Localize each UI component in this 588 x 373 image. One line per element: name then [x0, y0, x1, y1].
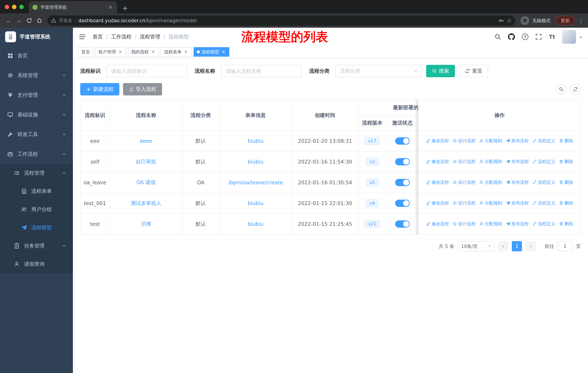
tag-close-icon[interactable]: ×	[151, 49, 156, 54]
form-info-link[interactable]: biubiu	[248, 138, 263, 144]
refresh-table-button[interactable]	[570, 84, 581, 94]
goto-page-input[interactable]	[558, 241, 572, 251]
tag-close-icon[interactable]: ×	[183, 49, 189, 54]
traffic-light-minimize[interactable]	[12, 5, 16, 9]
action-design-process[interactable]: 设计流程	[452, 200, 475, 206]
passwords-key-icon[interactable]	[499, 18, 504, 23]
sidebar-item-task-management[interactable]: 任务管理	[0, 237, 73, 255]
action-process-definition[interactable]: 流程定义	[532, 221, 555, 227]
tag-process-model[interactable]: 流程模型×	[194, 47, 229, 57]
process-name-link[interactable]: OA 请假	[136, 179, 156, 185]
import-process-button[interactable]: 导入流程	[123, 83, 162, 95]
action-delete[interactable]: 删除	[559, 159, 573, 164]
tag-close-icon[interactable]: ×	[221, 49, 226, 54]
sidebar-item-home[interactable]: 首页	[0, 46, 73, 66]
tag-process-form[interactable]: 流程表单×	[161, 47, 192, 57]
action-edit-process[interactable]: 修改流程	[426, 221, 449, 227]
action-delete[interactable]: 删除	[559, 200, 573, 206]
reset-button[interactable]: 重置	[459, 65, 488, 77]
action-design-process[interactable]: 设计流程	[452, 159, 475, 164]
active-toggle[interactable]	[395, 158, 410, 165]
process-name-input[interactable]	[221, 65, 302, 77]
search-button[interactable]: 搜索	[426, 65, 455, 77]
fullscreen-icon[interactable]	[535, 33, 542, 40]
action-design-process[interactable]: 设计流程	[452, 221, 475, 227]
search-icon[interactable]	[494, 33, 501, 40]
process-name-link[interactable]: 自己审批	[136, 159, 156, 165]
active-toggle[interactable]	[395, 200, 410, 207]
action-publish-process[interactable]: 发布流程	[506, 200, 529, 206]
sidebar-item-process-form[interactable]: 流程表单	[0, 182, 73, 200]
category-select[interactable]: 流程分类	[335, 65, 422, 77]
action-delete[interactable]: 删除	[559, 221, 573, 227]
action-assign-rules[interactable]: 分配规则	[479, 200, 502, 206]
sidebar-item-process-management[interactable]: 流程管理	[0, 164, 73, 182]
menu-fold-icon[interactable]	[79, 33, 86, 40]
address-bar[interactable]: 不安全 dashboard.yudao.iocoder.cn/bpm/manag…	[47, 15, 515, 26]
action-delete[interactable]: 删除	[559, 179, 573, 185]
traffic-light-zoom[interactable]	[19, 5, 24, 9]
action-process-definition[interactable]: 流程定义	[532, 138, 555, 144]
sidebar-item-devtools[interactable]: 研发工具	[0, 125, 73, 144]
back-button[interactable]: ←	[4, 15, 14, 26]
action-assign-rules[interactable]: 分配规则	[479, 179, 502, 185]
action-process-definition[interactable]: 流程定义	[532, 200, 555, 206]
process-name-link[interactable]: 测试多审批人	[131, 200, 161, 206]
help-icon[interactable]: ?	[522, 33, 528, 40]
active-toggle[interactable]	[395, 137, 410, 145]
github-icon[interactable]	[508, 33, 515, 40]
breadcrumb-item[interactable]: 流程管理	[140, 33, 160, 40]
action-publish-process[interactable]: 发布流程	[506, 159, 529, 164]
action-assign-rules[interactable]: 分配规则	[479, 159, 502, 164]
sidebar-item-payment[interactable]: ¥ 支付管理	[0, 85, 73, 105]
form-info-link[interactable]: /bpm/oa/leave/create	[228, 180, 283, 186]
sidebar-item-workflow[interactable]: 工作流程	[0, 144, 73, 164]
action-edit-process[interactable]: 修改流程	[426, 159, 449, 164]
user-avatar[interactable]	[562, 30, 576, 44]
toggle-search-button[interactable]	[556, 84, 567, 94]
traffic-light-close[interactable]	[5, 5, 9, 9]
current-page-button[interactable]: 1	[512, 241, 522, 251]
action-process-definition[interactable]: 流程定义	[532, 159, 555, 164]
prev-page-button[interactable]: ‹	[498, 241, 508, 251]
tag-close-icon[interactable]: ×	[118, 49, 123, 54]
action-delete[interactable]: 删除	[559, 138, 573, 144]
tag-tenant-management[interactable]: 租户管理×	[95, 47, 126, 57]
new-tab-button[interactable]: +	[120, 2, 130, 13]
action-design-process[interactable]: 设计流程	[452, 138, 475, 144]
breadcrumb-item[interactable]: 首页	[93, 33, 103, 40]
sidebar-item-leave-query[interactable]: 请假查询	[0, 255, 73, 273]
form-info-link[interactable]: biubiu	[248, 200, 263, 206]
action-edit-process[interactable]: 修改流程	[426, 179, 449, 185]
action-publish-process[interactable]: 发布流程	[506, 221, 529, 227]
action-design-process[interactable]: 设计流程	[452, 179, 475, 185]
sidebar-item-user-group[interactable]: 用户分组	[0, 200, 73, 219]
breadcrumb-item[interactable]: 工作流程	[111, 33, 131, 40]
form-info-link[interactable]: biubiu	[248, 159, 263, 165]
action-edit-process[interactable]: 修改流程	[426, 200, 449, 206]
tab-close-icon[interactable]: ×	[107, 4, 113, 10]
action-publish-process[interactable]: 发布流程	[506, 179, 529, 185]
tag-my-process[interactable]: 我的流程×	[128, 47, 159, 57]
action-publish-process[interactable]: 发布流程	[506, 138, 529, 144]
sidebar-item-system[interactable]: 系统管理	[0, 66, 73, 85]
active-toggle[interactable]	[395, 220, 410, 228]
form-info-link[interactable]: biubiu	[248, 221, 263, 227]
action-assign-rules[interactable]: 分配规则	[479, 221, 502, 227]
page-size-select[interactable]: 10条/页	[458, 241, 494, 251]
create-process-button[interactable]: +新建流程	[80, 83, 119, 95]
bookmark-star-icon[interactable]: ☆	[507, 18, 512, 23]
reload-button[interactable]	[24, 15, 34, 26]
sidebar-item-infra[interactable]: 基础设施	[0, 105, 73, 125]
browser-tab[interactable]: 芋道管理系统 ×	[29, 1, 117, 13]
forward-button[interactable]: →	[14, 15, 24, 26]
action-process-definition[interactable]: 流程定义	[532, 179, 555, 185]
browser-update-button[interactable]: 更新	[556, 16, 575, 25]
sidebar-item-process-model[interactable]: 流程模型	[0, 219, 73, 237]
font-size-icon[interactable]: Tt	[549, 34, 555, 40]
home-button[interactable]	[34, 15, 44, 26]
process-name-link[interactable]: 滔博	[141, 221, 151, 227]
action-edit-process[interactable]: 修改流程	[426, 138, 449, 144]
tag-home[interactable]: 首页	[78, 47, 93, 57]
process-id-input[interactable]	[106, 65, 187, 77]
